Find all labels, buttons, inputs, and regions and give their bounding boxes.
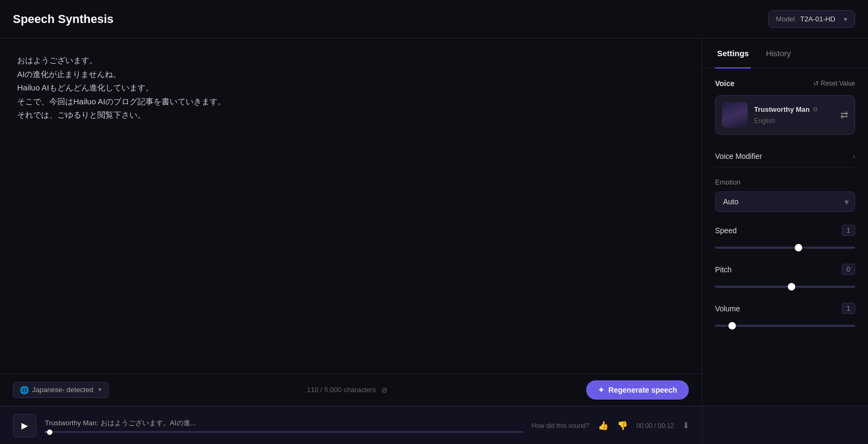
time-current: 00:00 (636, 422, 652, 430)
avatar (722, 102, 748, 128)
model-label: Model (776, 15, 795, 23)
copy-icon[interactable]: ⧉ (813, 105, 818, 113)
voice-modifier-label: Voice Modifier (715, 152, 762, 160)
player-bar: ▶ Trustworthy Man: おはようございます。AIの進... How… (0, 406, 702, 444)
voice-info: Trustworthy Man ⧉ English (754, 105, 834, 125)
play-button[interactable]: ▶ (13, 414, 36, 438)
volume-label: Volume (715, 304, 740, 313)
emotion-label: Emotion (715, 178, 855, 186)
time-total: 00:12 (658, 422, 674, 430)
bottom-bar: 🌐 Japanese- detected ▾ 110 / 5,000 chara… (0, 373, 702, 405)
emotion-select-wrapper: Auto Happy Sad Angry Neutral (715, 192, 855, 212)
text-area-container: おはようございます。 AIの進化が止まりませんね。 Hailuo AIもどんどん… (0, 39, 702, 373)
tab-settings[interactable]: Settings (715, 39, 751, 68)
reset-button[interactable]: ↺ Reset Value (813, 80, 855, 87)
text-input[interactable]: おはようございます。 AIの進化が止まりませんね。 Hailuo AIもどんどん… (0, 39, 702, 373)
chevron-down-icon: ▾ (844, 16, 847, 23)
swap-voice-button[interactable]: ⇄ (840, 109, 848, 121)
reset-icon: ↺ (813, 80, 819, 87)
speed-header: Speed 1 (715, 225, 855, 236)
speed-label: Speed (715, 226, 736, 235)
voice-section-header: Voice ↺ Reset Value (715, 79, 855, 88)
thumbs-up-button[interactable]: 👍 (598, 420, 609, 431)
main-layout: おはようございます。 AIの進化が止まりませんね。 Hailuo AIもどんどん… (0, 39, 868, 405)
download-button[interactable]: ⬇ (682, 420, 689, 431)
player-row: ▶ Trustworthy Man: おはようございます。AIの進... How… (0, 405, 868, 444)
regenerate-label: Regenerate speech (609, 386, 677, 394)
volume-group: Volume 1 (715, 303, 855, 329)
pitch-slider[interactable] (715, 286, 855, 288)
pitch-group: Pitch 0 (715, 264, 855, 290)
voice-name-row: Trustworthy Man ⧉ (754, 105, 834, 113)
tab-history[interactable]: History (764, 39, 793, 68)
player-right: How did this sound? 👍 👎 00:00 / 00:12 ⬇ (532, 420, 689, 431)
right-panel: Settings History Voice ↺ Reset Value Tru… (702, 39, 868, 405)
player-info: Trustworthy Man: おはようございます。AIの進... (45, 418, 523, 433)
volume-slider[interactable] (715, 325, 855, 327)
model-selector[interactable]: Model T2A-01-HD ▾ (768, 10, 855, 28)
time-separator: / (654, 422, 658, 430)
language-label: Japanese- detected (32, 386, 93, 394)
regenerate-button[interactable]: ✦ Regenerate speech (586, 380, 689, 400)
pitch-label: Pitch (715, 265, 732, 274)
voice-card: Trustworthy Man ⧉ English ⇄ (715, 95, 855, 135)
app-title: Speech Synthesis (13, 12, 113, 26)
thumbs-down-button[interactable]: 👎 (617, 420, 628, 431)
speed-group: Speed 1 (715, 225, 855, 251)
emotion-group: Emotion Auto Happy Sad Angry Neutral (715, 178, 855, 212)
model-value: T2A-01-HD (800, 15, 835, 23)
progress-bar[interactable] (45, 431, 523, 433)
voice-modifier-row[interactable]: Voice Modifier › (715, 146, 855, 167)
pitch-value: 0 (842, 264, 855, 275)
chevron-down-icon: ▾ (98, 386, 102, 393)
chevron-right-icon: › (852, 152, 855, 160)
voice-section-title: Voice (715, 79, 734, 88)
speed-value: 1 (842, 225, 855, 236)
language-selector[interactable]: 🌐 Japanese- detected ▾ (13, 382, 109, 398)
reset-label: Reset Value (821, 80, 855, 87)
app-header: Speech Synthesis Model T2A-01-HD ▾ (0, 0, 868, 39)
clear-icon[interactable]: ⊘ (381, 386, 388, 394)
char-count: 110 / 5,000 characters (307, 386, 376, 394)
globe-icon: 🌐 (20, 386, 29, 394)
emotion-select[interactable]: Auto Happy Sad Angry Neutral (715, 192, 855, 212)
volume-header: Volume 1 (715, 303, 855, 314)
voice-language: English (754, 117, 775, 125)
speed-slider[interactable] (715, 247, 855, 249)
how-sound-label: How did this sound? (532, 422, 589, 430)
settings-panel: Voice ↺ Reset Value Trustworthy Man ⧉ En… (702, 68, 868, 405)
char-count-area: 110 / 5,000 characters ⊘ (307, 386, 388, 394)
player-right-spacer (702, 406, 868, 444)
left-panel: おはようございます。 AIの進化が止まりませんね。 Hailuo AIもどんどん… (0, 39, 702, 405)
track-name: Trustworthy Man: おはようございます。AIの進... (45, 418, 523, 428)
progress-dot (47, 430, 52, 435)
time-display: 00:00 / 00:12 (636, 422, 674, 430)
play-icon: ▶ (21, 420, 28, 431)
voice-name: Trustworthy Man (754, 105, 810, 113)
sparkle-icon: ✦ (598, 386, 604, 394)
pitch-header: Pitch 0 (715, 264, 855, 275)
volume-value: 1 (842, 303, 855, 314)
tabs-header: Settings History (702, 39, 868, 68)
